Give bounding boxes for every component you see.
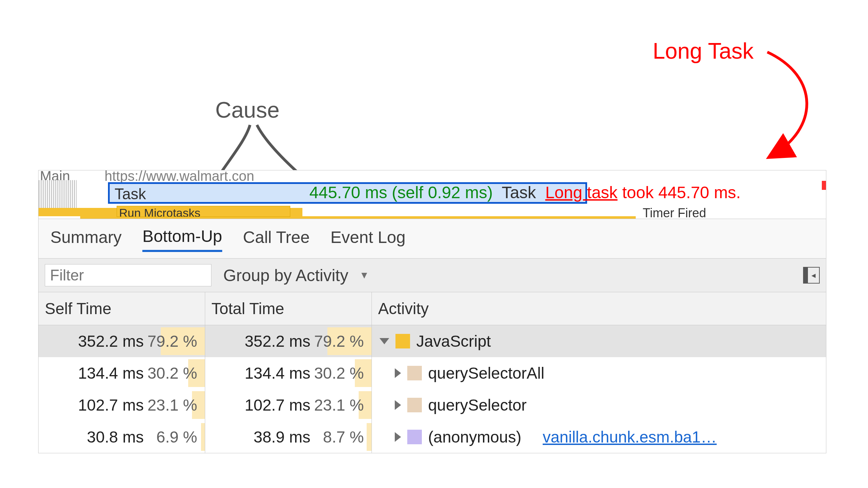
table-row[interactable]: 352.2 ms79.2 %352.2 ms79.2 %JavaScript [39,325,826,357]
filter-input[interactable] [45,264,211,286]
tab-summary[interactable]: Summary [50,228,122,251]
total-time-cell: 352.2 ms79.2 % [205,325,372,357]
total-pct: 8.7 % [310,428,366,446]
flamechart-strip[interactable]: Main https://www.walmart.con Task Run Mi… [39,170,826,219]
activity-name: querySelectorAll [428,364,544,382]
tab-call-tree[interactable]: Call Tree [243,228,310,251]
category-swatch-icon [395,334,410,348]
activity-cell: querySelectorAll [372,357,826,389]
category-swatch-icon [407,398,422,412]
table-header: Self Time Total Time Activity [39,292,826,325]
total-ms: 102.7 ms [227,396,310,414]
self-pct: 30.2 % [144,364,199,382]
tab-bottom-up[interactable]: Bottom-Up [142,227,222,252]
activity-name: JavaScript [416,332,491,351]
task-word: Task [498,183,541,202]
run-microtasks-block[interactable]: Run Microtasks [117,206,290,217]
chevron-down-icon[interactable]: ▼ [359,270,369,281]
total-pct: 23.1 % [310,396,366,414]
self-ms: 352.2 ms [60,332,144,351]
total-ms: 134.4 ms [227,364,310,382]
category-swatch-icon [407,430,422,444]
self-pct: 79.2 % [144,332,199,351]
col-total-time[interactable]: Total Time [205,292,372,325]
detail-tabs: Summary Bottom-Up Call Tree Event Log [39,219,826,259]
frames-stripe [39,180,77,208]
table-row[interactable]: 102.7 ms23.1 %102.7 ms23.1 %querySelecto… [39,389,826,421]
long-task-marker-right-icon [822,181,826,190]
category-swatch-icon [407,366,422,380]
devtools-performance-panel: Main https://www.walmart.con Task Run Mi… [38,170,826,453]
activity-cell: (anonymous) vanilla.chunk.esm.ba1… [372,421,826,453]
total-pct: 30.2 % [310,364,366,382]
self-ms: 102.7 ms [60,396,144,414]
task-block-label: Task [115,185,146,203]
task-tooltip: 445.70 ms (self 0.92 ms) Task Long task … [309,183,741,202]
total-pct: 79.2 % [310,332,366,351]
table-row[interactable]: 134.4 ms30.2 %134.4 ms30.2 %querySelecto… [39,357,826,389]
annotation-cause: Cause [215,97,279,123]
show-heaviest-stack-icon[interactable]: ◂ [803,267,820,284]
timer-fired-fragment: Timer Fired [643,206,823,219]
table-row[interactable]: 30.8 ms6.9 %38.9 ms8.7 %(anonymous) vani… [39,421,826,453]
bottom-up-toolbar: Group by Activity ▼ ◂ [39,259,826,292]
total-time-cell: 102.7 ms23.1 % [205,389,372,421]
disclosure-down-icon[interactable] [379,338,389,344]
activity-cell: querySelector [372,389,826,421]
tab-event-log[interactable]: Event Log [331,228,406,251]
disclosure-right-icon[interactable] [395,432,401,442]
self-pct: 23.1 % [144,396,199,414]
activity-name: (anonymous) [428,428,521,446]
activity-name: querySelector [428,396,527,414]
disclosure-right-icon[interactable] [395,368,401,378]
col-activity[interactable]: Activity [372,292,826,325]
self-time-cell: 102.7 ms23.1 % [39,389,205,421]
col-self-time[interactable]: Self Time [39,292,205,325]
total-pct-bar [367,423,372,451]
activity-cell: JavaScript [372,325,826,357]
long-task-warning[interactable]: Long task took 445.70 ms. [545,183,741,202]
annotation-long-task: Long Task [653,38,754,64]
self-time-cell: 30.8 ms6.9 % [39,421,205,453]
total-time-cell: 134.4 ms30.2 % [205,357,372,389]
table-body: 352.2 ms79.2 %352.2 ms79.2 %JavaScript13… [39,325,826,453]
disclosure-right-icon[interactable] [395,400,401,410]
group-by-dropdown[interactable]: Group by Activity [223,266,348,285]
self-pct: 6.9 % [144,428,199,446]
total-time-cell: 38.9 ms8.7 % [205,421,372,453]
self-time-cell: 134.4 ms30.2 % [39,357,205,389]
total-ms: 352.2 ms [227,332,310,351]
self-pct-bar [201,423,205,451]
task-duration: 445.70 ms (self 0.92 ms) [309,183,493,202]
self-ms: 30.8 ms [60,428,144,446]
self-time-cell: 352.2 ms79.2 % [39,325,205,357]
self-ms: 134.4 ms [60,364,144,382]
total-ms: 38.9 ms [227,428,310,446]
source-link[interactable]: vanilla.chunk.esm.ba1… [543,428,717,446]
